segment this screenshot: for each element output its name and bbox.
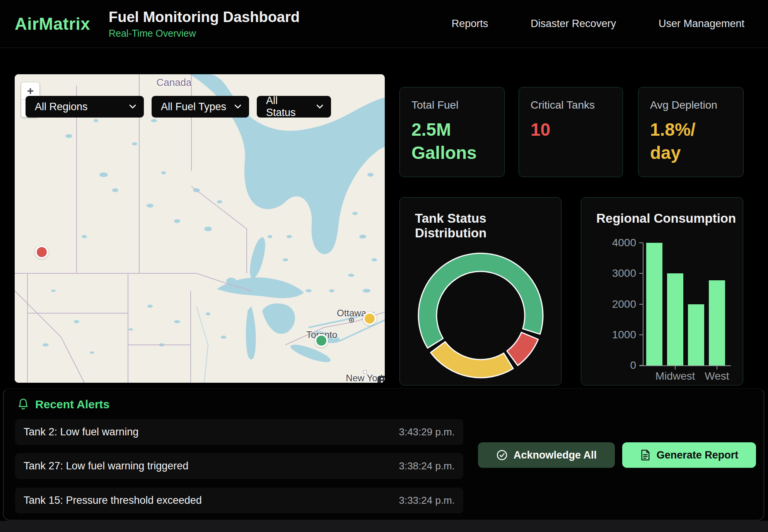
y-tick-label: 2000	[597, 298, 636, 310]
region-filter-value: All Regions	[35, 101, 88, 113]
map-label-ottawa: Ottawa	[337, 308, 366, 319]
nav-item-user-management[interactable]: User Management	[659, 18, 744, 30]
regional-consumption-card: Regional Consumption 01000200030004000Mi…	[581, 197, 743, 385]
stat-card-total-fuel: Total Fuel 2.5MGallons	[399, 87, 505, 177]
y-axis	[643, 243, 643, 365]
app-header: AirMatrix Fuel Monitoring Dashboard Real…	[0, 0, 768, 48]
fuel-type-filter-value: All Fuel Types	[161, 101, 226, 113]
regional-consumption-bar-chart: 01000200030004000MidwestWest	[581, 198, 744, 386]
stat-label: Critical Tanks	[531, 99, 611, 111]
footer-strip	[0, 521, 768, 532]
ottawa-town-icon	[349, 318, 354, 323]
consumption-bar	[667, 273, 683, 365]
alert-row[interactable]: Tank 15: Pressure threshold exceeded 3:3…	[15, 488, 463, 513]
stat-value: 10	[531, 118, 611, 142]
alerts-heading: Recent Alerts	[17, 398, 109, 411]
acknowledge-all-button[interactable]: Acknowledge All	[478, 442, 615, 468]
acknowledge-all-label: Acknowledge All	[514, 449, 597, 461]
y-tick-label: 0	[597, 359, 636, 372]
fuel-type-filter-select[interactable]: All Fuel Types	[152, 96, 249, 118]
stat-card-avg-depletion: Avg Depletion 1.8%/day	[638, 87, 744, 177]
status-filter-select[interactable]: All Status	[257, 96, 331, 118]
alert-message: Tank 2: Low fuel warning	[24, 426, 138, 438]
chevron-down-icon	[234, 104, 241, 109]
stat-label: Avg Depletion	[650, 99, 732, 111]
y-tick-mark	[639, 365, 643, 366]
stat-value: 2.5MGallons	[411, 118, 493, 165]
tank-status-donut-chart	[415, 250, 546, 381]
status-filter-value: All Status	[266, 95, 310, 119]
alert-time: 3:43:29 p.m.	[399, 426, 455, 438]
generate-report-button[interactable]: Generate Report	[622, 442, 756, 468]
consumption-bar	[709, 280, 725, 365]
y-tick-mark	[639, 304, 643, 305]
alert-row[interactable]: Tank 27: Low fuel warning triggered 3:38…	[15, 453, 463, 479]
page-title: Fuel Monitoring Dashboard	[109, 9, 300, 26]
new-york-town-icon	[364, 370, 367, 374]
y-tick-mark	[639, 242, 643, 243]
main-nav: Reports Disaster Recovery User Managemen…	[452, 18, 768, 30]
alert-row[interactable]: Tank 2: Low fuel warning 3:43:29 p.m.	[15, 419, 463, 445]
bell-icon	[17, 398, 29, 411]
recent-alerts-panel: Recent Alerts Tank 2: Low fuel warning 3…	[3, 388, 764, 520]
map-resize-handle-icon[interactable]	[377, 376, 385, 383]
map-marker-warning[interactable]	[363, 312, 376, 325]
chevron-down-icon	[129, 104, 136, 109]
map-label-canada: Canada	[156, 77, 191, 89]
stat-value: 1.8%/day	[650, 118, 732, 165]
generate-report-label: Generate Report	[657, 449, 739, 461]
page-subtitle: Real-Time Overview	[109, 28, 300, 39]
x-tick-mark	[717, 366, 717, 370]
x-tick-label: West	[690, 370, 744, 382]
stat-label: Total Fuel	[411, 99, 493, 111]
alert-message: Tank 27: Low fuel warning triggered	[24, 460, 188, 472]
y-tick-mark	[639, 334, 643, 335]
alert-time: 3:38:24 p.m.	[399, 460, 455, 472]
map-marker-normal[interactable]	[315, 334, 328, 347]
stat-card-critical-tanks: Critical Tanks 10	[519, 87, 623, 177]
nav-item-disaster-recovery[interactable]: Disaster Recovery	[531, 18, 616, 30]
nav-item-reports[interactable]: Reports	[452, 18, 488, 30]
region-filter-select[interactable]: All Regions	[26, 96, 144, 118]
map-filters: All Regions All Fuel Types All Status	[26, 96, 331, 118]
chevron-down-icon	[316, 104, 323, 109]
donut-chart-title: Tank Status Distribution	[400, 198, 561, 240]
brand-logo: AirMatrix	[15, 14, 109, 34]
alert-message: Tank 15: Pressure threshold exceeded	[24, 494, 202, 506]
check-circle-icon	[496, 449, 508, 461]
y-tick-label: 1000	[597, 329, 636, 341]
title-block: Fuel Monitoring Dashboard Real-Time Over…	[109, 9, 300, 39]
consumption-bar	[646, 243, 662, 365]
consumption-bar	[688, 304, 704, 366]
y-tick-label: 3000	[597, 267, 636, 280]
x-tick-mark	[675, 366, 676, 370]
map-canvas[interactable]: Canada Ottawa Toronto New York + − All R…	[15, 74, 385, 383]
report-document-icon	[640, 449, 651, 461]
alerts-heading-text: Recent Alerts	[35, 398, 109, 411]
map-marker-critical[interactable]	[35, 246, 48, 259]
alert-time: 3:33:24 p.m.	[399, 494, 455, 506]
y-tick-mark	[639, 273, 643, 274]
y-tick-label: 4000	[597, 237, 636, 249]
tank-status-card: Tank Status Distribution	[399, 197, 561, 385]
